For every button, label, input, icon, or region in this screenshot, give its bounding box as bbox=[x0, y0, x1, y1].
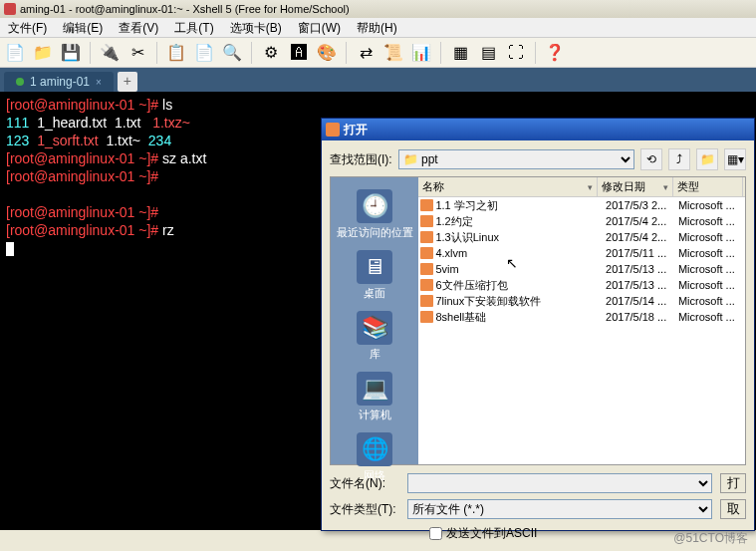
file-icon bbox=[420, 247, 433, 259]
ascii-checkbox[interactable] bbox=[429, 527, 442, 540]
script-icon[interactable]: 📜 bbox=[382, 42, 404, 64]
lookin-select[interactable]: 📁 ppt bbox=[398, 149, 634, 169]
terminal-cursor bbox=[6, 242, 14, 256]
window-title: aming-01 - root@aminglinux-01:~ - Xshell… bbox=[20, 3, 350, 15]
places-bar: 🕘最近访问的位置 🖥桌面 📚库 💻计算机 🌐网络 bbox=[331, 177, 418, 464]
connect-icon[interactable]: 🔌 bbox=[99, 42, 121, 64]
tabbar: 1 aming-01 × + bbox=[0, 68, 756, 92]
open-icon[interactable]: 📁 bbox=[32, 42, 54, 64]
ascii-label: 发送文件到ASCII bbox=[446, 525, 537, 542]
file-row[interactable]: 1.1 学习之初2017/5/3 2...Microsoft ... bbox=[418, 197, 745, 213]
tab-label: 1 aming-01 bbox=[30, 75, 90, 89]
lookin-label: 查找范围(I): bbox=[330, 151, 392, 168]
menu-file[interactable]: 文件(F) bbox=[0, 18, 55, 37]
up-icon[interactable]: ⤴ bbox=[668, 148, 690, 170]
file-row[interactable]: 6文件压缩打包2017/5/13 ...Microsoft ... bbox=[418, 277, 745, 293]
menubar: 文件(F) 编辑(E) 查看(V) 工具(T) 选项卡(B) 窗口(W) 帮助(… bbox=[0, 18, 756, 38]
filename-input[interactable] bbox=[407, 473, 712, 493]
log-icon[interactable]: 📊 bbox=[410, 42, 432, 64]
menu-tabs[interactable]: 选项卡(B) bbox=[222, 18, 290, 37]
help-icon[interactable]: ❓ bbox=[544, 42, 566, 64]
menu-edit[interactable]: 编辑(E) bbox=[55, 18, 111, 37]
file-icon bbox=[420, 231, 433, 243]
file-row[interactable]: 5vim2017/5/13 ...Microsoft ... bbox=[418, 261, 745, 277]
place-libraries[interactable]: 📚库 bbox=[331, 307, 418, 366]
file-row[interactable]: 7linux下安装卸载软件2017/5/14 ...Microsoft ... bbox=[418, 293, 745, 309]
copy-icon[interactable]: 📋 bbox=[165, 42, 187, 64]
watermark: @51CTO博客 bbox=[673, 530, 748, 547]
file-row[interactable]: 1.3认识Linux2017/5/4 2...Microsoft ... bbox=[418, 229, 745, 245]
viewmode-icon[interactable]: ▦▾ bbox=[724, 148, 746, 170]
filetype-select[interactable]: 所有文件 (*.*) bbox=[407, 499, 712, 519]
newfolder-icon[interactable]: 📁 bbox=[696, 148, 718, 170]
file-icon bbox=[420, 263, 433, 275]
transfer-icon[interactable]: ⇄ bbox=[355, 42, 377, 64]
menu-window[interactable]: 窗口(W) bbox=[290, 18, 349, 37]
app-titlebar: aming-01 - root@aminglinux-01:~ - Xshell… bbox=[0, 0, 756, 18]
dialog-titlebar[interactable]: 打开 bbox=[322, 119, 754, 140]
place-recent[interactable]: 🕘最近访问的位置 bbox=[331, 185, 418, 244]
filetype-label: 文件类型(T): bbox=[330, 501, 399, 518]
file-icon bbox=[420, 215, 433, 227]
place-computer[interactable]: 💻计算机 bbox=[331, 368, 418, 426]
open-button[interactable]: 打 bbox=[720, 473, 746, 493]
back-icon[interactable]: ⟲ bbox=[640, 148, 662, 170]
place-desktop[interactable]: 🖥桌面 bbox=[331, 246, 418, 305]
close-tab-icon[interactable]: × bbox=[96, 77, 102, 88]
menu-help[interactable]: 帮助(H) bbox=[349, 18, 405, 37]
search-icon[interactable]: 🔍 bbox=[221, 42, 243, 64]
status-dot-icon bbox=[16, 78, 24, 86]
app-icon bbox=[4, 3, 16, 15]
cascade-icon[interactable]: ▤ bbox=[477, 42, 499, 64]
dialog-title: 打开 bbox=[344, 122, 368, 138]
tile-icon[interactable]: ▦ bbox=[449, 42, 471, 64]
file-row[interactable]: 1.2约定2017/5/4 2...Microsoft ... bbox=[418, 213, 745, 229]
dialog-icon bbox=[326, 123, 340, 137]
file-icon bbox=[420, 311, 433, 323]
filename-label: 文件名(N): bbox=[330, 475, 399, 492]
fullscreen-icon[interactable]: ⛶ bbox=[505, 42, 527, 64]
file-row[interactable]: 4.xlvm2017/5/11 ...Microsoft ... bbox=[418, 245, 745, 261]
open-dialog: 打开 查找范围(I): 📁 ppt ⟲ ⤴ 📁 ▦▾ 🕘最近访问的位置 🖥桌面 … bbox=[321, 118, 755, 531]
props-icon[interactable]: ⚙ bbox=[260, 42, 282, 64]
file-icon bbox=[420, 279, 433, 291]
cancel-button[interactable]: 取 bbox=[720, 499, 746, 519]
file-row[interactable]: 8shell基础2017/5/18 ...Microsoft ... bbox=[418, 309, 745, 325]
menu-view[interactable]: 查看(V) bbox=[111, 18, 166, 37]
toolbar: 📄 📁 💾 🔌 ✂ 📋 📄 🔍 ⚙ 🅰 🎨 ⇄ 📜 📊 ▦ ▤ ⛶ ❓ bbox=[0, 38, 756, 68]
file-icon bbox=[420, 199, 433, 211]
file-list[interactable]: 名称▾ 修改日期▾ 类型 1.1 学习之初2017/5/3 2...Micros… bbox=[418, 177, 745, 464]
menu-tools[interactable]: 工具(T) bbox=[166, 18, 221, 37]
file-icon bbox=[420, 295, 433, 307]
color-icon[interactable]: 🎨 bbox=[316, 42, 338, 64]
new-icon[interactable]: 📄 bbox=[4, 42, 26, 64]
disconnect-icon[interactable]: ✂ bbox=[126, 42, 148, 64]
file-list-header[interactable]: 名称▾ 修改日期▾ 类型 bbox=[418, 177, 745, 197]
font-icon[interactable]: 🅰 bbox=[288, 42, 310, 64]
paste-icon[interactable]: 📄 bbox=[193, 42, 215, 64]
save-icon[interactable]: 💾 bbox=[60, 42, 82, 64]
add-tab-button[interactable]: + bbox=[118, 72, 137, 92]
session-tab[interactable]: 1 aming-01 × bbox=[4, 72, 114, 92]
